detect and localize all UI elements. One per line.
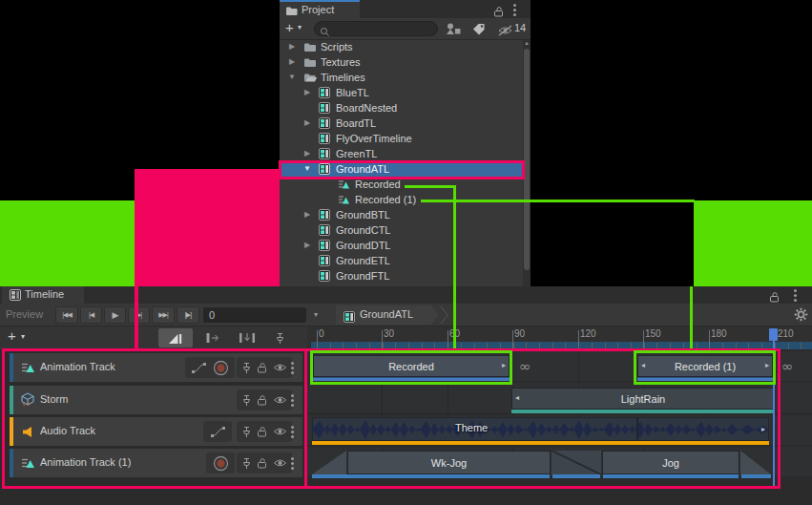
frame-number-field[interactable]: 0	[203, 307, 306, 323]
search-by-label-icon[interactable]	[472, 22, 486, 39]
replace-mode-icon	[239, 332, 256, 344]
screenshot-root: Project + ▾ 14	[0, 0, 812, 505]
frame-field-dropdown-icon[interactable]: ▾	[314, 310, 318, 319]
green-highlight-block-right	[694, 200, 812, 286]
chevron-right-icon[interactable]: ▶	[289, 39, 295, 54]
scrollbar-up-icon[interactable]: ▲	[524, 40, 530, 46]
chevron-right-icon[interactable]: ▶	[304, 146, 310, 161]
replace-mode-button[interactable]	[233, 328, 261, 347]
search-input[interactable]	[314, 21, 438, 36]
hidden-count-eye-icon[interactable]	[497, 23, 513, 40]
annotation-box-groundatl	[279, 160, 525, 179]
tree-item-label: BoardNested	[336, 100, 397, 116]
tree-item-boardtl[interactable]: ▶BoardTL	[280, 116, 523, 131]
chevron-right-icon[interactable]: ▶	[304, 207, 310, 222]
annotation-line-recorded1-h	[421, 200, 695, 202]
skip-to-start-button[interactable]: |◀◀	[55, 306, 78, 324]
breadcrumb-chevron-icon	[440, 305, 449, 328]
next-frame-button[interactable]: ▶|	[128, 306, 150, 324]
tree-item-label: BoardTL	[336, 116, 376, 131]
chevron-right-icon[interactable]: ▶	[289, 54, 295, 70]
project-tab-bar: Project	[280, 0, 531, 18]
previous-frame-button[interactable]: |◀	[80, 306, 102, 324]
project-panel: Project + ▾ 14	[280, 0, 531, 286]
tree-item-label: GroundBTL	[336, 207, 390, 222]
pin-icon	[275, 332, 285, 345]
folder-icon	[285, 6, 298, 18]
tree-item-bluetl[interactable]: ▶BlueTL	[280, 85, 523, 100]
ruler-major-tick	[709, 330, 710, 348]
tree-item-label: GreenTL	[336, 146, 377, 161]
annotation-divider-pink-v	[304, 348, 307, 489]
chevron-right-icon[interactable]: ▶	[304, 85, 310, 100]
chevron-right-icon[interactable]: ▶	[304, 238, 310, 253]
timeline-icon	[10, 289, 21, 303]
annotation-line-recorded-h	[405, 185, 456, 188]
ruler-label-120: 120	[580, 328, 596, 339]
tab-project[interactable]: Project	[280, 0, 360, 18]
playhead-marker[interactable]	[769, 328, 778, 341]
tree-item-boardnested[interactable]: BoardNested	[280, 100, 523, 116]
tree-item-grounddtl[interactable]: ▶GroundDTL	[280, 238, 523, 253]
tree-item-label: FlyOverTimeline	[336, 131, 412, 146]
kebab-menu-icon[interactable]	[513, 4, 516, 7]
tree-item-label: BlueTL	[336, 85, 369, 100]
hold-infinity-icon: ∞	[781, 358, 794, 375]
annotation-line-recorded-v	[453, 185, 456, 353]
tree-item-groundbtl[interactable]: ▶GroundBTL	[280, 207, 523, 222]
tree-item-textures[interactable]: ▶Textures	[280, 54, 523, 70]
mix-mode-button[interactable]	[158, 328, 193, 347]
breadcrumb-label: GroundATL	[360, 308, 413, 320]
tree-item-scripts[interactable]: ▶Scripts	[280, 39, 523, 54]
marker-pin-button[interactable]	[267, 328, 292, 347]
mix-mode-icon	[168, 332, 183, 345]
tree-item-groundftl[interactable]: GroundFTL	[280, 268, 523, 284]
ruler-label-150: 150	[645, 328, 661, 339]
add-track-button[interactable]: +	[8, 327, 16, 344]
chevron-down-icon[interactable]: ▼	[288, 70, 296, 85]
add-asset-button[interactable]: +	[285, 19, 294, 35]
ripple-mode-button[interactable]	[198, 328, 227, 347]
annotation-line-recorded1-v	[690, 286, 693, 353]
tab-timeline[interactable]: Timeline	[2, 286, 84, 304]
ruler-major-tick	[643, 330, 644, 348]
breadcrumb[interactable]: GroundATL	[336, 305, 439, 325]
tree-item-label: Scripts	[321, 39, 353, 54]
ruler-label-30: 30	[384, 328, 394, 339]
add-track-dropdown-icon[interactable]: ▾	[21, 332, 25, 341]
chevron-right-icon[interactable]: ▶	[304, 116, 310, 131]
annotation-connector-pink-v	[135, 286, 138, 351]
skip-to-end-button[interactable]: ▶▶|	[152, 306, 175, 324]
search-by-type-icon[interactable]	[446, 22, 462, 39]
annotation-box-clip-recorded1	[634, 350, 776, 385]
tree-item-groundctl[interactable]: GroundCTL	[280, 222, 523, 238]
ruler-major-tick	[578, 330, 579, 348]
ruler-label-180: 180	[711, 328, 727, 339]
ripple-mode-icon	[205, 332, 220, 344]
tree-item-label: Textures	[321, 54, 361, 70]
timeline-asset-icon	[344, 309, 355, 326]
tree-item-label: GroundDTL	[336, 238, 390, 253]
timeline-asset-icon	[319, 270, 330, 285]
add-asset-dropdown-icon[interactable]: ▾	[298, 23, 302, 32]
tree-item-label: GroundCTL	[336, 222, 390, 238]
play-button[interactable]: ▶	[104, 306, 126, 324]
tree-item-groundetl[interactable]: GroundETL	[280, 253, 523, 268]
hidden-count-value: 14	[514, 22, 526, 33]
project-toolbar: + ▾ 14	[280, 18, 531, 40]
tree-item-label: Timelines	[321, 70, 365, 85]
tree-item-greentl[interactable]: ▶GreenTL	[280, 146, 523, 161]
gear-icon[interactable]	[794, 307, 808, 326]
play-range-button[interactable]: [▶]	[177, 306, 199, 324]
tree-item-timelines[interactable]: ▼Timelines	[280, 70, 523, 85]
ruler-label-210: 210	[778, 328, 794, 339]
scrollbar-thumb[interactable]	[524, 49, 530, 270]
ruler-label-90: 90	[514, 328, 525, 339]
ruler-label-0: 0	[319, 328, 324, 339]
kebab-menu-icon[interactable]	[794, 289, 797, 292]
tab-project-label: Project	[302, 4, 334, 15]
tree-item-flyovertimeline[interactable]: FlyOverTimeline	[280, 131, 523, 146]
tree-item-label: Recorded (1)	[355, 192, 416, 207]
preview-toggle[interactable]: Preview	[6, 308, 43, 320]
pink-highlight-block	[135, 169, 280, 286]
